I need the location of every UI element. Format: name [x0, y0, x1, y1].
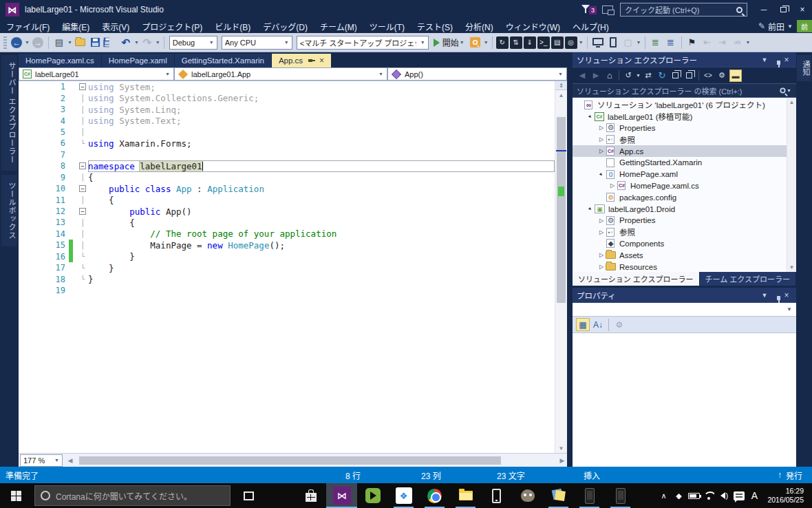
console-button[interactable]: >_	[537, 36, 550, 49]
save-button[interactable]	[89, 36, 103, 50]
scroll-left-button[interactable]: ◀	[65, 457, 75, 464]
code-line-text[interactable]	[88, 127, 555, 138]
publish-button[interactable]: ↑発行	[778, 467, 802, 483]
profiler-button[interactable]: ↻	[496, 36, 509, 49]
code-line[interactable]: 1−using System;	[19, 81, 555, 92]
visual-studio-taskbar-button[interactable]: ⋈	[326, 483, 357, 508]
tree-item--[interactable]: ▷▪▫参照	[573, 226, 787, 238]
collapse-all-button[interactable]	[670, 70, 682, 82]
code-line-text[interactable]: {	[88, 172, 555, 183]
window-position-dropdown-icon[interactable]: ▼	[759, 292, 770, 299]
code-line[interactable]: 10− public class App : Application	[19, 183, 555, 194]
scroll-down-button[interactable]: ▼	[789, 264, 795, 271]
fold-collapse-icon[interactable]: −	[79, 83, 86, 90]
menu-item[interactable]: ビルド(B)	[209, 19, 257, 33]
device-sync-button[interactable]	[606, 36, 620, 50]
code-line-text[interactable]: // The root page of your application	[88, 229, 555, 240]
edge-taskbar-button[interactable]	[264, 483, 295, 508]
new-item-dropdown-icon[interactable]: ▼	[67, 40, 72, 45]
close-tab-icon[interactable]: ×	[319, 56, 324, 65]
code-line-text[interactable]: {	[88, 217, 555, 228]
fold-margin[interactable]: │	[77, 240, 88, 251]
fold-margin[interactable]: │	[77, 104, 88, 115]
start-button[interactable]	[0, 483, 32, 508]
left-panel-tab[interactable]: ツールボックス	[1, 175, 17, 246]
code-line[interactable]: 17└ }	[19, 262, 555, 273]
solution-explorer-search-box[interactable]: ソリューション エクスプローラー の検索 (Ctrl+:) ▼	[573, 83, 796, 98]
android-emulator-taskbar-button[interactable]	[357, 483, 388, 508]
code-line-text[interactable]: public App()	[88, 206, 555, 217]
left-panel-tab[interactable]: サーバー エクスプローラー	[1, 55, 17, 171]
code-line[interactable]: 8−namespace labelLarge01	[19, 160, 555, 171]
search-options-icon[interactable]: ▼	[787, 88, 791, 93]
menu-item[interactable]: ファイル(F)	[0, 19, 56, 33]
type-dropdown[interactable]: labelLarge01.App ▼	[174, 67, 387, 81]
scrollbar-thumb[interactable]	[557, 117, 566, 303]
taskbar-clock[interactable]: 16:29 2016/05/25	[762, 487, 808, 505]
tree-item-assets[interactable]: ▷Assets	[573, 249, 787, 261]
code-line-text[interactable]: namespace labelLarge01	[88, 160, 555, 171]
file-explorer-taskbar-button[interactable]	[450, 483, 481, 508]
fold-collapse-icon[interactable]: −	[79, 208, 86, 215]
feedback-icon[interactable]	[602, 6, 613, 14]
chrome-taskbar-button[interactable]	[419, 483, 450, 508]
properties-button[interactable]: ⚙	[716, 70, 728, 82]
editor-tab[interactable]: HomePage.xaml.cs	[19, 54, 101, 67]
vertical-scrollbar[interactable]: ⇕ ▲ ▼	[555, 81, 567, 453]
fold-margin[interactable]: −	[77, 81, 88, 92]
redo-dropdown-icon[interactable]: ▼	[156, 40, 160, 45]
scroll-up-button[interactable]: ▲	[789, 99, 795, 105]
editor-tab[interactable]: HomePage.xaml	[102, 54, 174, 67]
code-line[interactable]: 13│ {	[19, 217, 555, 228]
startup-project-dropdown[interactable]: <マルチ スタートアップ プロジェクト>▼	[297, 36, 429, 50]
collapsed-arrow-icon[interactable]: ▷	[597, 264, 606, 270]
panel-splitter[interactable]	[567, 52, 573, 467]
tree-item-homepage-xaml-cs[interactable]: ▷C#HomePage.xaml.cs	[573, 180, 787, 192]
comment-lines-button[interactable]: ≣	[649, 36, 663, 50]
close-button[interactable]: ×	[793, 2, 812, 17]
user-account-button[interactable]: ✎ 前田 ▼	[758, 21, 795, 32]
properties-panel-header[interactable]: プロパティ ▼ ×	[573, 288, 796, 303]
copy-button[interactable]	[683, 70, 696, 82]
deploy-device-button[interactable]: ⇅	[510, 36, 522, 49]
scroll-right-button[interactable]: ▶	[557, 457, 567, 464]
menu-item[interactable]: 編集(E)	[56, 19, 96, 33]
code-line-text[interactable]: using System.Collections.Generic;	[88, 92, 555, 103]
menu-item[interactable]: 表示(V)	[96, 19, 136, 33]
refresh-button[interactable]: ↻	[656, 70, 668, 82]
device-log-button[interactable]: ▤	[551, 36, 564, 49]
tree-item-labellarge01-droid[interactable]: ▸▣labelLarge01.Droid	[573, 203, 787, 215]
platform-dropdown[interactable]: Any CPU▼	[222, 36, 292, 50]
scroll-up-button[interactable]: ▲	[555, 90, 567, 100]
save-all-button[interactable]	[104, 36, 118, 50]
code-line[interactable]: 15│ MainPage = new HomePage();	[19, 240, 555, 251]
restore-button[interactable]	[773, 2, 793, 17]
notifications-button[interactable]: 3	[581, 3, 597, 16]
previous-bookmark-button[interactable]: ⇤	[701, 36, 714, 50]
code-line[interactable]: 18└}	[19, 273, 555, 284]
menu-item[interactable]: ヘルプ(H)	[566, 19, 615, 33]
sticky-notes-taskbar-button[interactable]	[543, 483, 574, 508]
code-line-text[interactable]: }	[88, 262, 555, 273]
close-panel-button[interactable]: ×	[781, 55, 792, 65]
menu-item[interactable]: テスト(S)	[411, 19, 459, 33]
fold-margin[interactable]: −	[77, 206, 88, 217]
tool-window-tab[interactable]: ソリューション エクスプローラー	[573, 272, 699, 286]
fold-collapse-icon[interactable]: −	[79, 162, 86, 169]
package-install-button[interactable]: ⇓	[524, 36, 536, 49]
fold-collapse-icon[interactable]: −	[79, 185, 86, 192]
scroll-down-button[interactable]: ▼	[555, 443, 567, 453]
toolbar-grip[interactable]	[3, 36, 7, 49]
fold-margin[interactable]: └	[77, 138, 88, 149]
code-line-text[interactable]: using System.Linq;	[88, 104, 555, 115]
code-line[interactable]: 9│{	[19, 172, 555, 183]
collapsed-arrow-icon[interactable]: ▷	[597, 229, 606, 235]
configuration-dropdown[interactable]: Debug▼	[169, 36, 217, 50]
code-editor[interactable]: 1−using System;2│using System.Collection…	[19, 81, 567, 453]
solution-explorer-header[interactable]: ソリューション エクスプローラー ▼ ×	[573, 52, 796, 67]
view-code-button[interactable]: <>	[702, 70, 714, 82]
tree-item-resources[interactable]: ▷Resources	[573, 261, 787, 272]
tree-item--labellarge01-6-[interactable]: ∞ソリューション 'labelLarge01' (6 プロジェクト)	[573, 99, 787, 111]
attach-to-process-button[interactable]	[469, 36, 482, 50]
collapsed-arrow-icon[interactable]: ▷	[597, 252, 606, 258]
